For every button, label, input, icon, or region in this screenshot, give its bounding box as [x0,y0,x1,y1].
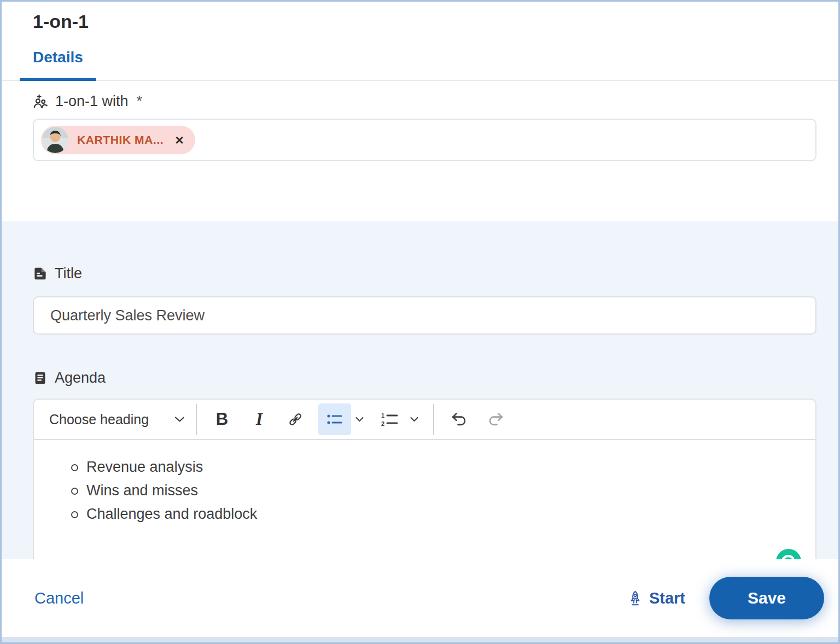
rocket-icon [628,590,643,606]
tab-details[interactable]: Details [20,49,96,81]
participant-name: KARTHIK MA... [77,133,164,147]
numbered-list-button[interactable]: 1 2 [374,403,406,435]
title-field-text: Title [55,265,82,282]
with-field-label: 1-on-1 with * [33,93,816,110]
agenda-icon [33,371,48,385]
footer-bar: Cancel Start Save [2,559,838,637]
undo-button[interactable] [445,403,474,435]
svg-text:2: 2 [381,420,384,427]
grammarly-icon[interactable] [776,549,801,559]
group-add-icon [33,94,48,109]
agenda-list-item: Wins and misses [51,479,799,502]
agenda-field-label: Agenda [33,370,816,387]
one-on-one-panel: 1-on-1 Details 1-on-1 with * [0,0,840,644]
form-section: Title Quarterly Sales Review Agenda [2,221,838,559]
avatar [42,127,68,153]
chevron-down-icon [355,417,364,422]
title-field-label: Title [33,265,816,282]
agenda-list-item: Challenges and roadblock [51,502,799,526]
redo-icon [487,412,504,427]
save-button[interactable]: Save [709,577,824,619]
page-title: 1-on-1 [2,9,838,33]
start-button[interactable]: Start [628,589,685,607]
chevron-down-icon [410,417,418,422]
link-button[interactable] [281,403,310,435]
numbered-list-caret[interactable] [406,417,422,422]
undo-icon [451,412,468,427]
editor-toolbar: Choose heading B I [34,400,815,440]
bottom-strip [2,637,838,642]
title-input[interactable]: Quarterly Sales Review [33,296,816,335]
required-marker: * [137,93,143,110]
link-icon [288,412,303,427]
bold-button[interactable]: B [208,403,236,435]
toolbar-divider [433,404,434,435]
participant-input[interactable]: KARTHIK MA... ✕ [33,119,816,161]
header-section: 1-on-1 Details 1-on-1 with * [2,2,838,221]
bullet-list-button[interactable] [318,403,351,435]
italic-button[interactable]: I [245,403,273,435]
heading-select-value: Choose heading [49,412,149,428]
document-icon [33,266,48,281]
with-field-text: 1-on-1 with [55,93,129,110]
cancel-button[interactable]: Cancel [34,589,84,607]
agenda-list: Revenue analysis Wins and misses Challen… [51,455,799,526]
redo-button[interactable] [481,403,510,435]
agenda-list-item: Revenue analysis [51,455,799,479]
agenda-field-text: Agenda [55,370,106,387]
participant-chip[interactable]: KARTHIK MA... ✕ [41,126,195,154]
close-icon[interactable]: ✕ [174,134,184,146]
bullet-list-icon [326,412,343,426]
chevron-down-icon [174,416,185,423]
start-button-label: Start [649,589,685,607]
svg-text:1: 1 [381,412,384,419]
numbered-list-icon: 1 2 [381,412,399,427]
bullet-list-caret[interactable] [351,417,368,422]
editor-content[interactable]: Revenue analysis Wins and misses Challen… [34,440,815,526]
toolbar-divider [196,404,197,435]
tab-bar: Details [2,49,838,81]
title-input-value: Quarterly Sales Review [50,307,205,324]
agenda-editor: Choose heading B I [33,399,816,559]
heading-select[interactable]: Choose heading [49,412,185,428]
